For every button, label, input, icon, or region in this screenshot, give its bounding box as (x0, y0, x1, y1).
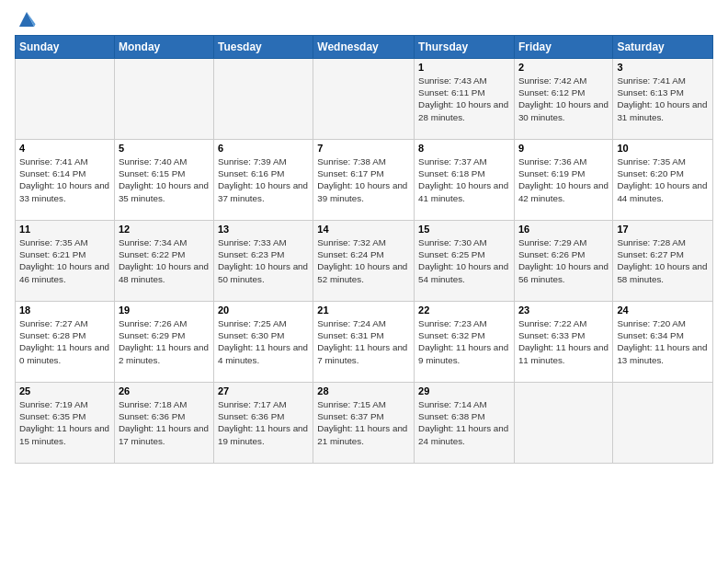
calendar-cell: 4Sunrise: 7:41 AMSunset: 6:14 PMDaylight… (16, 140, 115, 221)
calendar-cell: 7Sunrise: 7:38 AMSunset: 6:17 PMDaylight… (313, 140, 415, 221)
weekday-header-sunday: Sunday (16, 36, 115, 59)
calendar-cell: 21Sunrise: 7:24 AMSunset: 6:31 PMDayligh… (313, 302, 415, 383)
day-info: Sunrise: 7:35 AMSunset: 6:20 PMDaylight:… (617, 155, 709, 204)
logo (15, 9, 40, 29)
day-number: 26 (119, 385, 210, 396)
day-info: Sunrise: 7:34 AMSunset: 6:22 PMDaylight:… (119, 236, 210, 285)
page: SundayMondayTuesdayWednesdayThursdayFrid… (0, 0, 728, 563)
calendar-week-5: 25Sunrise: 7:19 AMSunset: 6:35 PMDayligh… (16, 383, 713, 464)
day-number: 18 (19, 304, 110, 316)
day-info: Sunrise: 7:39 AMSunset: 6:16 PMDaylight:… (218, 155, 309, 204)
day-number: 7 (317, 143, 410, 154)
calendar-cell (114, 59, 213, 140)
day-number: 8 (418, 143, 510, 154)
calendar-cell: 24Sunrise: 7:20 AMSunset: 6:34 PMDayligh… (613, 302, 713, 383)
weekday-header-wednesday: Wednesday (313, 36, 415, 59)
day-number: 14 (317, 224, 410, 235)
weekday-header-thursday: Thursday (415, 36, 515, 59)
day-number: 2 (518, 62, 609, 73)
calendar-cell (613, 383, 713, 464)
day-number: 29 (418, 385, 510, 396)
calendar-cell: 12Sunrise: 7:34 AMSunset: 6:22 PMDayligh… (114, 221, 213, 302)
calendar-cell: 11Sunrise: 7:35 AMSunset: 6:21 PMDayligh… (16, 221, 115, 302)
day-info: Sunrise: 7:14 AMSunset: 6:38 PMDaylight:… (418, 398, 510, 447)
calendar-cell: 29Sunrise: 7:14 AMSunset: 6:38 PMDayligh… (415, 383, 515, 464)
calendar-week-4: 18Sunrise: 7:27 AMSunset: 6:28 PMDayligh… (16, 302, 713, 383)
day-number: 11 (19, 224, 110, 235)
calendar-cell: 13Sunrise: 7:33 AMSunset: 6:23 PMDayligh… (213, 221, 313, 302)
day-info: Sunrise: 7:18 AMSunset: 6:36 PMDaylight:… (119, 398, 210, 447)
calendar-cell (313, 59, 415, 140)
day-number: 4 (19, 143, 110, 154)
calendar-cell: 28Sunrise: 7:15 AMSunset: 6:37 PMDayligh… (313, 383, 415, 464)
logo-icon (17, 9, 37, 29)
calendar-cell: 8Sunrise: 7:37 AMSunset: 6:18 PMDaylight… (415, 140, 515, 221)
day-number: 3 (617, 62, 709, 73)
calendar-header-row: SundayMondayTuesdayWednesdayThursdayFrid… (16, 36, 713, 59)
day-info: Sunrise: 7:41 AMSunset: 6:13 PMDaylight:… (617, 75, 709, 123)
day-info: Sunrise: 7:19 AMSunset: 6:35 PMDaylight:… (19, 398, 110, 447)
calendar-week-2: 4Sunrise: 7:41 AMSunset: 6:14 PMDaylight… (16, 140, 713, 221)
day-info: Sunrise: 7:37 AMSunset: 6:18 PMDaylight:… (418, 155, 510, 204)
calendar-cell: 6Sunrise: 7:39 AMSunset: 6:16 PMDaylight… (213, 140, 313, 221)
day-number: 19 (119, 304, 210, 316)
day-number: 12 (119, 224, 210, 235)
calendar-cell: 18Sunrise: 7:27 AMSunset: 6:28 PMDayligh… (16, 302, 115, 383)
weekday-header-tuesday: Tuesday (213, 36, 313, 59)
day-info: Sunrise: 7:20 AMSunset: 6:34 PMDaylight:… (617, 317, 709, 366)
day-number: 20 (218, 304, 309, 316)
calendar-cell: 9Sunrise: 7:36 AMSunset: 6:19 PMDaylight… (514, 140, 612, 221)
weekday-header-monday: Monday (114, 36, 213, 59)
header (15, 9, 713, 29)
day-info: Sunrise: 7:24 AMSunset: 6:31 PMDaylight:… (317, 317, 410, 366)
day-info: Sunrise: 7:36 AMSunset: 6:19 PMDaylight:… (518, 155, 609, 204)
calendar-cell (16, 59, 115, 140)
calendar-cell: 17Sunrise: 7:28 AMSunset: 6:27 PMDayligh… (613, 221, 713, 302)
weekday-header-friday: Friday (514, 36, 612, 59)
day-info: Sunrise: 7:25 AMSunset: 6:30 PMDaylight:… (218, 317, 309, 366)
calendar-cell (213, 59, 313, 140)
calendar-cell: 5Sunrise: 7:40 AMSunset: 6:15 PMDaylight… (114, 140, 213, 221)
calendar-week-3: 11Sunrise: 7:35 AMSunset: 6:21 PMDayligh… (16, 221, 713, 302)
day-number: 24 (617, 304, 709, 316)
day-number: 1 (418, 62, 510, 73)
calendar-cell: 19Sunrise: 7:26 AMSunset: 6:29 PMDayligh… (114, 302, 213, 383)
day-info: Sunrise: 7:22 AMSunset: 6:33 PMDaylight:… (518, 317, 609, 366)
day-number: 27 (218, 385, 309, 396)
calendar-week-1: 1Sunrise: 7:43 AMSunset: 6:11 PMDaylight… (16, 59, 713, 140)
day-number: 15 (418, 224, 510, 235)
day-info: Sunrise: 7:15 AMSunset: 6:37 PMDaylight:… (317, 398, 410, 447)
calendar-cell: 22Sunrise: 7:23 AMSunset: 6:32 PMDayligh… (415, 302, 515, 383)
calendar-cell (514, 383, 612, 464)
day-info: Sunrise: 7:32 AMSunset: 6:24 PMDaylight:… (317, 236, 410, 285)
day-info: Sunrise: 7:43 AMSunset: 6:11 PMDaylight:… (418, 75, 510, 123)
day-number: 17 (617, 224, 709, 235)
day-number: 16 (518, 224, 609, 235)
day-info: Sunrise: 7:30 AMSunset: 6:25 PMDaylight:… (418, 236, 510, 285)
day-number: 23 (518, 304, 609, 316)
day-number: 9 (518, 143, 609, 154)
day-number: 28 (317, 385, 410, 396)
day-info: Sunrise: 7:26 AMSunset: 6:29 PMDaylight:… (119, 317, 210, 366)
day-info: Sunrise: 7:17 AMSunset: 6:36 PMDaylight:… (218, 398, 309, 447)
calendar-cell: 26Sunrise: 7:18 AMSunset: 6:36 PMDayligh… (114, 383, 213, 464)
day-number: 25 (19, 385, 110, 396)
day-info: Sunrise: 7:40 AMSunset: 6:15 PMDaylight:… (119, 155, 210, 204)
calendar-cell: 16Sunrise: 7:29 AMSunset: 6:26 PMDayligh… (514, 221, 612, 302)
day-number: 21 (317, 304, 410, 316)
calendar-cell: 15Sunrise: 7:30 AMSunset: 6:25 PMDayligh… (415, 221, 515, 302)
calendar-cell: 3Sunrise: 7:41 AMSunset: 6:13 PMDaylight… (613, 59, 713, 140)
day-info: Sunrise: 7:42 AMSunset: 6:12 PMDaylight:… (518, 75, 609, 123)
day-number: 13 (218, 224, 309, 235)
day-info: Sunrise: 7:29 AMSunset: 6:26 PMDaylight:… (518, 236, 609, 285)
calendar-cell: 25Sunrise: 7:19 AMSunset: 6:35 PMDayligh… (16, 383, 115, 464)
calendar-cell: 27Sunrise: 7:17 AMSunset: 6:36 PMDayligh… (213, 383, 313, 464)
day-info: Sunrise: 7:27 AMSunset: 6:28 PMDaylight:… (19, 317, 110, 366)
calendar-cell: 10Sunrise: 7:35 AMSunset: 6:20 PMDayligh… (613, 140, 713, 221)
day-info: Sunrise: 7:38 AMSunset: 6:17 PMDaylight:… (317, 155, 410, 204)
day-info: Sunrise: 7:23 AMSunset: 6:32 PMDaylight:… (418, 317, 510, 366)
day-number: 10 (617, 143, 709, 154)
day-number: 22 (418, 304, 510, 316)
day-info: Sunrise: 7:41 AMSunset: 6:14 PMDaylight:… (19, 155, 110, 204)
calendar: SundayMondayTuesdayWednesdayThursdayFrid… (15, 35, 713, 464)
